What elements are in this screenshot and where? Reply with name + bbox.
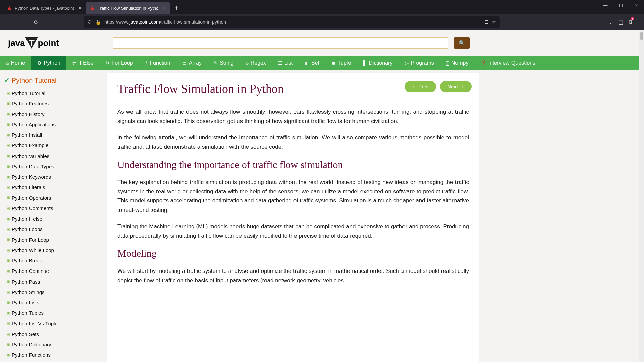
sidebar: Python Tutorial Python TutorialPython Fe…	[0, 70, 107, 362]
site-logo[interactable]: java T point	[8, 37, 59, 49]
nav-icon: ⚙	[37, 60, 42, 66]
nav-item-python[interactable]: ⚙Python	[31, 56, 66, 70]
nav-icon: ☰	[278, 60, 282, 66]
sidebar-item[interactable]: Python While Loop	[3, 245, 104, 255]
nav-item-string[interactable]: ✎String	[208, 56, 240, 70]
nav-item-function[interactable]: ƒFunction	[139, 56, 176, 70]
address-bar[interactable]: 🛡 🔒 https://www.javatpoint.com/traffic-f…	[84, 16, 500, 28]
sidebar-item[interactable]: Python Break	[3, 255, 104, 266]
sidebar-item[interactable]: Python Loops	[3, 224, 104, 234]
nav-label: Function	[150, 60, 170, 66]
browser-tab[interactable]: Traffic Flow Simulation in Pytho ×	[86, 2, 170, 14]
next-button[interactable]: Next →	[440, 81, 472, 92]
url-text: https://www.javatpoint.com/traffic-flow-…	[104, 19, 226, 25]
favicon-icon	[7, 5, 12, 11]
sidebar-item[interactable]: Python Variables	[3, 151, 104, 161]
close-icon[interactable]: ×	[79, 5, 82, 11]
sidebar-item[interactable]: Python Data Types	[3, 161, 104, 172]
sidebar-item[interactable]: Python Tutorial	[3, 88, 104, 98]
new-tab-button[interactable]: +	[170, 2, 183, 14]
section-heading: Modeling	[117, 248, 469, 259]
nav-icon: ❓	[480, 60, 486, 66]
nav-icon: ⌂	[6, 60, 9, 66]
search-button[interactable]: 🔍	[454, 37, 470, 49]
nav-label: Dictionary	[369, 60, 392, 66]
reader-mode-icon[interactable]: ☰	[484, 19, 489, 25]
sidebar-item[interactable]: Python Features	[3, 98, 104, 109]
browser-tab[interactable]: Python Data Types - javatpoint ×	[3, 2, 86, 14]
nav-item-numpy[interactable]: ∑Numpy	[440, 56, 475, 70]
window-close-button[interactable]: ✕	[629, 0, 644, 10]
sidebar-item[interactable]: Python Pass	[3, 277, 104, 287]
nav-label: For Loop	[111, 60, 133, 66]
sidebar-item[interactable]: Python List Vs Tuple	[3, 318, 104, 329]
sidebar-item[interactable]: Python Lists	[3, 297, 104, 308]
back-button[interactable]: ←	[3, 16, 15, 28]
sidebar-item[interactable]: Python Sets	[3, 329, 104, 339]
search-input[interactable]	[113, 37, 448, 49]
sidebar-item[interactable]: Python Functions	[3, 350, 104, 360]
nav-item-if-else[interactable]: ⇄If Else	[66, 56, 99, 70]
sidebar-item[interactable]: Python If else	[3, 214, 104, 224]
paragraph: As we all know that traffic does not alw…	[117, 107, 469, 126]
nav-icon: ⌕	[246, 60, 249, 66]
paragraph: The key explanation behind traffic simul…	[117, 178, 469, 215]
main-nav: ⌂Home⚙Python⇄If Else↻For LoopƒFunction▤A…	[0, 56, 644, 70]
browser-tab-bar: Python Data Types - javatpoint × Traffic…	[0, 0, 644, 14]
extension-icon[interactable]: ◫	[618, 19, 623, 25]
nav-icon: ✎	[214, 60, 218, 66]
nav-item-list[interactable]: ☰List	[272, 56, 299, 70]
sidebar-item[interactable]: Python Tuples	[3, 308, 104, 318]
pocket-icon[interactable]: ⌄	[608, 19, 613, 25]
nav-item-tuple[interactable]: ▣Tuple	[325, 56, 357, 70]
page-header: java T point 🔍	[0, 30, 644, 56]
nav-item-interview-questions[interactable]: ❓Interview Questions	[474, 56, 541, 70]
nav-item-regex[interactable]: ⌕Regex	[240, 56, 272, 70]
nav-item-for-loop[interactable]: ↻For Loop	[99, 56, 139, 70]
window-minimize-button[interactable]: —	[598, 0, 613, 10]
nav-item-array[interactable]: ▤Array	[176, 56, 208, 70]
browser-toolbar: ← → ⟳ 🛡 🔒 https://www.javatpoint.com/tra…	[0, 14, 644, 30]
search-icon: 🔍	[459, 40, 465, 46]
nav-icon: ⇄	[72, 60, 76, 66]
sidebar-item[interactable]: Python Applications	[3, 119, 104, 130]
nav-item-set[interactable]: ◧Set	[299, 56, 325, 70]
nav-label: List	[284, 60, 293, 66]
sidebar-item[interactable]: Python Built-in Functions	[3, 360, 104, 362]
forward-button[interactable]: →	[17, 16, 28, 28]
sidebar-item[interactable]: Python Literals	[3, 182, 104, 192]
nav-icon: ◧	[305, 60, 309, 66]
nav-label: Interview Questions	[488, 60, 535, 66]
scrollbar-thumb[interactable]	[640, 32, 643, 40]
sidebar-item[interactable]: Python Keywords	[3, 172, 104, 182]
app-menu-icon[interactable]: ≡	[638, 19, 641, 25]
sidebar-item[interactable]: Python Continue	[3, 266, 104, 276]
nav-item-programs[interactable]: ◎Programs	[398, 56, 440, 70]
favicon-icon	[90, 5, 95, 11]
sidebar-item[interactable]: Python Dictionary	[3, 339, 104, 350]
nav-item-home[interactable]: ⌂Home	[0, 56, 31, 70]
prev-button[interactable]: ← Prev	[405, 81, 436, 92]
sidebar-item[interactable]: Python History	[3, 109, 104, 119]
sidebar-item[interactable]: Python For Loop	[3, 235, 104, 245]
nav-label: Numpy	[451, 60, 469, 66]
paragraph: We will start by modeling a traffic syst…	[117, 266, 469, 285]
sidebar-item[interactable]: Python Operators	[3, 193, 104, 203]
window-maximize-button[interactable]: ▢	[613, 0, 629, 10]
nav-icon: ∑	[446, 60, 449, 66]
nav-label: Tuple	[338, 60, 351, 66]
bookmark-star-icon[interactable]: ☆	[492, 19, 496, 25]
tab-title: Traffic Flow Simulation in Pytho	[98, 6, 158, 11]
nav-icon: ◎	[405, 60, 409, 66]
section-heading: Understanding the importance of traffic …	[117, 159, 469, 170]
nav-label: Home	[11, 60, 25, 66]
extension-icon[interactable]: ⧉3	[629, 19, 632, 25]
reload-button[interactable]: ⟳	[30, 16, 42, 28]
close-icon[interactable]: ×	[163, 5, 166, 11]
sidebar-item[interactable]: Python Example	[3, 140, 104, 150]
sidebar-item[interactable]: Python Strings	[3, 287, 104, 297]
nav-item-dictionary[interactable]: ▋Dictionary	[357, 56, 398, 70]
sidebar-item[interactable]: Python Install	[3, 130, 104, 140]
sidebar-item[interactable]: Python Comments	[3, 203, 104, 214]
scrollbar[interactable]	[639, 30, 644, 362]
